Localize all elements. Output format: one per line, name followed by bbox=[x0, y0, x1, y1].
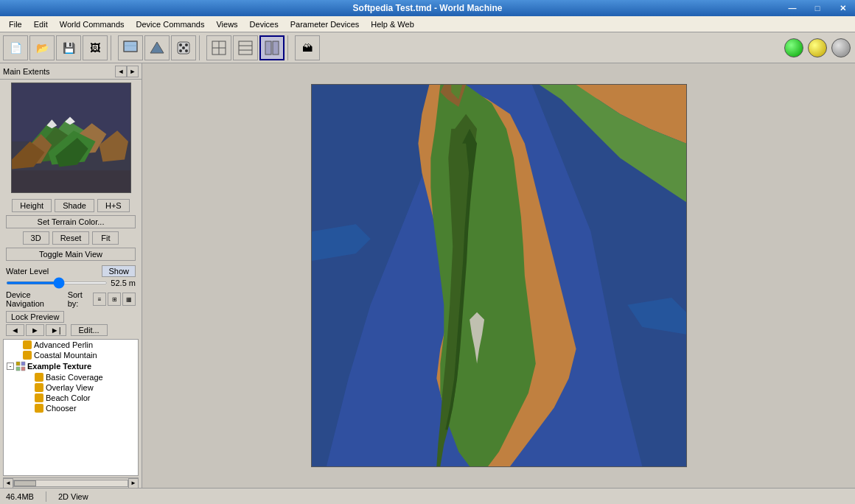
sort-icon-2[interactable]: ⊞ bbox=[108, 293, 121, 306]
tree-item-advanced-perlin[interactable]: Advanced Perlin bbox=[4, 340, 138, 350]
device-nav-label: Device Navigation bbox=[6, 290, 68, 308]
preview-header: Main Extents ◄ ► bbox=[0, 63, 142, 80]
tree-dot-chooser bbox=[35, 404, 43, 413]
3d-button[interactable]: 3D bbox=[23, 231, 49, 245]
main-layout: Main Extents ◄ ► bbox=[0, 63, 855, 488]
tree-expand-example-texture[interactable]: - bbox=[7, 363, 14, 370]
tree-label-basic-coverage: Basic Coverage bbox=[46, 373, 103, 382]
tree-label-example-texture: Example Texture bbox=[27, 362, 91, 371]
tree-grid-icon bbox=[15, 361, 26, 371]
titlebar: Softpedia Test.tmd - World Machine — □ ✕ bbox=[0, 0, 855, 16]
toggle-row: Toggle Main View bbox=[6, 248, 136, 261]
view-adjust-row: 3D Reset Fit bbox=[6, 231, 136, 245]
device-nav-header: Device Navigation Sort by: ≡ ⊞ ▦ bbox=[6, 290, 136, 308]
svg-marker-3 bbox=[150, 42, 164, 53]
menu-views[interactable]: Views bbox=[210, 18, 243, 30]
close-button[interactable]: ✕ bbox=[830, 0, 855, 16]
water-level-row: Water Level Show bbox=[0, 264, 142, 279]
terrain-render-button[interactable] bbox=[144, 35, 170, 60]
view-controls: Height Shade H+S Set Terrain Color... 3D… bbox=[0, 196, 142, 264]
minimize-button[interactable]: — bbox=[780, 0, 805, 16]
layout1-button[interactable] bbox=[206, 35, 231, 60]
tree-label-overlay-view: Overlay View bbox=[46, 383, 94, 392]
nav-last-button[interactable]: ►| bbox=[46, 324, 66, 336]
hscroll-track[interactable] bbox=[13, 480, 128, 487]
render-preview-button[interactable] bbox=[118, 35, 143, 60]
shade-button[interactable]: Shade bbox=[55, 199, 94, 212]
hs-button[interactable]: H+S bbox=[97, 199, 130, 212]
tree-item-example-texture[interactable]: - Example Texture bbox=[4, 360, 138, 372]
hscroll-left-arrow[interactable]: ◄ bbox=[3, 478, 13, 489]
menu-edit[interactable]: Edit bbox=[28, 18, 54, 30]
toolbar: 📄 📂 💾 🖼 bbox=[0, 32, 855, 63]
statusbar: 46.4MB 2D View bbox=[0, 488, 855, 504]
toolbar-separator-1 bbox=[111, 35, 115, 60]
show-water-button[interactable]: Show bbox=[102, 265, 136, 277]
statusbar-separator bbox=[46, 491, 46, 502]
open-button[interactable]: 📂 bbox=[29, 35, 55, 60]
menu-devices[interactable]: Devices bbox=[244, 18, 285, 30]
menu-file[interactable]: File bbox=[3, 18, 28, 30]
layout2-icon bbox=[237, 40, 254, 56]
tree-label-beach-color: Beach Color bbox=[46, 393, 91, 402]
tree-item-coastal-mountain[interactable]: Coastal Mountain bbox=[4, 350, 138, 360]
preview-next-arrow[interactable]: ► bbox=[127, 66, 139, 77]
hscroll-right-arrow[interactable]: ► bbox=[128, 478, 139, 489]
terrain3d-button[interactable]: 🏔 bbox=[295, 35, 320, 60]
svg-rect-32 bbox=[12, 170, 130, 192]
toolbar-separator-2 bbox=[199, 35, 203, 60]
tree-dot-advanced-perlin bbox=[23, 340, 32, 349]
tree-item-overlay-view[interactable]: Overlay View bbox=[4, 382, 138, 393]
toggle-main-view-button[interactable]: Toggle Main View bbox=[6, 248, 136, 261]
tree-horizontal-scrollbar[interactable]: ◄ ► bbox=[3, 477, 139, 488]
maximize-button[interactable]: □ bbox=[805, 0, 830, 16]
toolbar-separator-3 bbox=[287, 35, 292, 60]
tree-item-basic-coverage[interactable]: Basic Coverage bbox=[4, 372, 138, 382]
tree-label-coastal-mountain: Coastal Mountain bbox=[34, 351, 97, 360]
menu-parameter-devices[interactable]: Parameter Devices bbox=[285, 18, 366, 30]
tree-item-beach-color[interactable]: Beach Color bbox=[4, 393, 138, 403]
preview-canvas bbox=[11, 83, 131, 193]
water-slider[interactable] bbox=[6, 281, 108, 284]
menu-device-commands[interactable]: Device Commands bbox=[130, 18, 211, 30]
tree-dot-overlay-view bbox=[35, 383, 43, 392]
layout3-button[interactable] bbox=[259, 35, 285, 60]
menu-help-web[interactable]: Help & Web bbox=[365, 18, 420, 30]
preview-prev-arrow[interactable]: ◄ bbox=[115, 66, 127, 77]
lock-preview-row: Lock Preview bbox=[0, 311, 142, 324]
nav-prev-button[interactable]: ◄ bbox=[6, 324, 24, 336]
layout2-button[interactable] bbox=[233, 35, 258, 60]
svg-rect-35 bbox=[16, 367, 20, 371]
svg-rect-16 bbox=[265, 41, 271, 55]
svg-rect-17 bbox=[273, 41, 279, 55]
random-button[interactable] bbox=[171, 35, 196, 60]
svg-rect-36 bbox=[21, 367, 25, 371]
device-nav: Device Navigation Sort by: ≡ ⊞ ▦ bbox=[0, 287, 142, 311]
lock-preview-button[interactable]: Lock Preview bbox=[6, 311, 64, 323]
menu-world-commands[interactable]: World Commands bbox=[54, 18, 130, 30]
svg-rect-33 bbox=[16, 362, 20, 365]
sort-icon-3[interactable]: ▦ bbox=[122, 293, 136, 306]
main-content bbox=[142, 63, 855, 488]
hscroll-thumb[interactable] bbox=[14, 480, 36, 486]
random-icon bbox=[175, 40, 192, 56]
save-button[interactable]: 💾 bbox=[56, 35, 81, 60]
layout3-icon bbox=[264, 40, 280, 56]
layout1-icon bbox=[211, 40, 227, 56]
nav-next-button[interactable]: ► bbox=[26, 324, 44, 336]
terrain-color-row: Set Terrain Color... bbox=[6, 215, 136, 228]
svg-rect-34 bbox=[21, 362, 25, 365]
edit-button[interactable]: Edit... bbox=[71, 324, 108, 336]
sort-icon-1[interactable]: ≡ bbox=[93, 293, 106, 306]
left-panel: Main Extents ◄ ► bbox=[0, 63, 142, 488]
view-mode: 2D View bbox=[58, 492, 88, 501]
fit-button[interactable]: Fit bbox=[92, 231, 119, 245]
tree-view[interactable]: Advanced Perlin Coastal Mountain - Examp… bbox=[3, 339, 139, 476]
export-button[interactable]: 🖼 bbox=[83, 35, 108, 60]
new-button[interactable]: 📄 bbox=[3, 35, 28, 60]
height-button[interactable]: Height bbox=[12, 199, 52, 212]
reset-button[interactable]: Reset bbox=[52, 231, 90, 245]
set-terrain-color-button[interactable]: Set Terrain Color... bbox=[6, 215, 136, 228]
tree-item-chooser[interactable]: Chooser bbox=[4, 403, 138, 413]
status-green bbox=[784, 38, 803, 57]
